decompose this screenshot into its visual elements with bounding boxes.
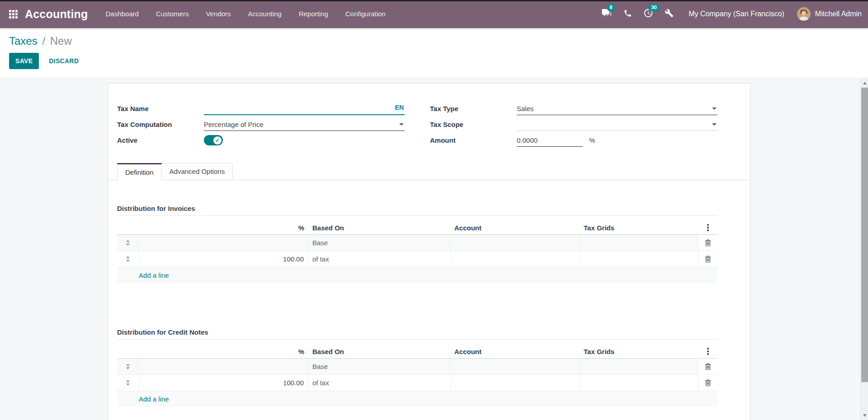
breadcrumb-current: New (50, 35, 72, 47)
breadcrumb-separator: / (40, 35, 47, 47)
table-row[interactable]: 100.00 of tax (117, 251, 717, 267)
column-header-based-on[interactable]: Based On (309, 221, 451, 234)
tax-scope-select[interactable] (517, 118, 717, 131)
cell-account[interactable] (451, 235, 580, 251)
vertical-scrollbar[interactable] (860, 78, 868, 420)
cell-tax-grids[interactable] (580, 359, 698, 374)
delete-row-icon[interactable] (705, 239, 711, 247)
tax-computation-label: Tax Computation (117, 121, 204, 128)
tax-type-select[interactable]: Sales (517, 103, 717, 115)
drag-handle-icon[interactable] (126, 364, 130, 369)
cell-tax-grids[interactable] (580, 375, 698, 391)
amount-label: Amount (430, 136, 517, 144)
cell-percent[interactable] (139, 359, 309, 374)
tab-definition-content: Distribution for Invoices % Based On Acc… (117, 180, 741, 407)
amount-field: 0.0000 % (517, 134, 717, 147)
column-header-account[interactable]: Account (451, 221, 580, 234)
invoice-distribution-section: Distribution for Invoices % Based On Acc… (117, 205, 717, 283)
credit-note-distribution-section: Distribution for Credit Notes % Based On… (117, 328, 717, 407)
tax-type-label: Tax Type (430, 105, 517, 112)
cell-based-on[interactable]: of tax (309, 375, 451, 391)
chevron-down-icon (712, 123, 717, 126)
invoice-distribution-table: % Based On Account Tax Grids Base (117, 221, 717, 283)
drag-handle-icon[interactable] (126, 256, 130, 262)
table-header-row: % Based On Account Tax Grids (117, 345, 717, 359)
add-line-row: Add a line (117, 391, 717, 407)
amount-value: 0.0000 (517, 136, 538, 144)
cell-account[interactable] (451, 375, 580, 391)
drag-handle-icon[interactable] (126, 380, 130, 386)
delete-row-icon[interactable] (705, 379, 711, 387)
amount-input[interactable]: 0.0000 (517, 134, 583, 147)
tax-computation-value: Percentage of Price (204, 121, 264, 128)
column-header-based-on[interactable]: Based On (309, 345, 451, 358)
drag-handle-icon[interactable] (126, 240, 130, 246)
cell-based-on[interactable]: of tax (309, 251, 451, 267)
add-a-line-link[interactable]: Add a line (117, 271, 169, 279)
menu-dashboard[interactable]: Dashboard (97, 0, 147, 28)
user-menu[interactable]: Mitchell Admin (797, 7, 862, 21)
cell-percent[interactable]: 100.00 (139, 375, 309, 391)
translation-lang-button[interactable]: EN (395, 104, 404, 111)
breadcrumb-taxes-link[interactable]: Taxes (9, 35, 38, 47)
column-header-tax-grids[interactable]: Tax Grids (580, 221, 698, 234)
add-a-line-link[interactable]: Add a line (117, 395, 169, 403)
menu-accounting[interactable]: Accounting (239, 0, 290, 28)
menu-configuration[interactable]: Configuration (337, 0, 394, 28)
menu-customers[interactable]: Customers (147, 0, 198, 28)
debug-tools-button[interactable] (659, 0, 679, 28)
cell-based-on[interactable]: Base (309, 235, 451, 251)
delete-row-icon[interactable] (705, 363, 711, 370)
column-header-tax-grids[interactable]: Tax Grids (580, 345, 698, 358)
notebook-tabs: Definition Advanced Options (108, 163, 750, 180)
activities-button[interactable]: 30 (638, 0, 659, 28)
company-switcher[interactable]: My Company (San Francisco) (689, 10, 784, 18)
scroll-up-button[interactable] (861, 79, 868, 87)
user-avatar (797, 7, 811, 21)
menu-reporting[interactable]: Reporting (290, 0, 337, 28)
main-navbar: Accounting Dashboard Customers Vendors A… (0, 0, 868, 28)
active-toggle[interactable] (204, 135, 223, 145)
invoice-distribution-title: Distribution for Invoices (117, 205, 717, 216)
table-row[interactable]: Base (117, 359, 717, 375)
app-title[interactable]: Accounting (25, 8, 88, 21)
tax-name-input[interactable]: EN (204, 103, 405, 115)
discard-button[interactable]: DISCARD (42, 53, 86, 69)
optional-columns-icon[interactable] (707, 224, 709, 231)
chevron-down-icon (399, 123, 404, 126)
tax-type-value: Sales (517, 105, 534, 112)
column-header-account[interactable]: Account (451, 345, 580, 358)
cell-tax-grids[interactable] (580, 235, 698, 251)
tax-form: Tax Name EN Tax Computation Percentage o… (117, 84, 741, 148)
delete-row-icon[interactable] (705, 256, 711, 263)
scrollbar-thumb[interactable] (861, 88, 868, 382)
control-panel: Taxes / New SAVE DISCARD (0, 28, 868, 78)
save-button[interactable]: SAVE (9, 53, 39, 69)
tab-definition[interactable]: Definition (117, 163, 162, 180)
cell-percent[interactable]: 100.00 (139, 251, 309, 267)
window-top-edge (0, 0, 868, 1)
cell-tax-grids[interactable] (580, 251, 698, 267)
column-header-percent[interactable]: % (139, 345, 309, 358)
apps-menu-icon[interactable] (9, 10, 18, 19)
cell-based-on[interactable]: Base (309, 359, 451, 374)
cell-account[interactable] (451, 359, 580, 374)
tax-scope-label: Tax Scope (430, 121, 517, 128)
scroll-down-button[interactable] (861, 411, 868, 419)
form-sheet: Tax Name EN Tax Computation Percentage o… (108, 83, 750, 420)
check-icon (213, 136, 222, 145)
breadcrumb: Taxes / New (9, 34, 859, 48)
tax-computation-select[interactable]: Percentage of Price (204, 118, 405, 131)
tab-advanced-options[interactable]: Advanced Options (162, 163, 233, 180)
messages-button[interactable]: 8 (596, 0, 617, 28)
column-header-percent[interactable]: % (139, 221, 309, 234)
user-name: Mitchell Admin (815, 10, 862, 18)
table-row[interactable]: Base (117, 235, 717, 251)
cell-account[interactable] (451, 251, 580, 267)
menu-vendors[interactable]: Vendors (197, 0, 239, 28)
table-row[interactable]: 100.00 of tax (117, 375, 717, 391)
voip-button[interactable] (617, 0, 638, 28)
optional-columns-icon[interactable] (707, 348, 709, 355)
main-menu: Dashboard Customers Vendors Accounting R… (97, 0, 394, 28)
cell-percent[interactable] (139, 235, 309, 251)
